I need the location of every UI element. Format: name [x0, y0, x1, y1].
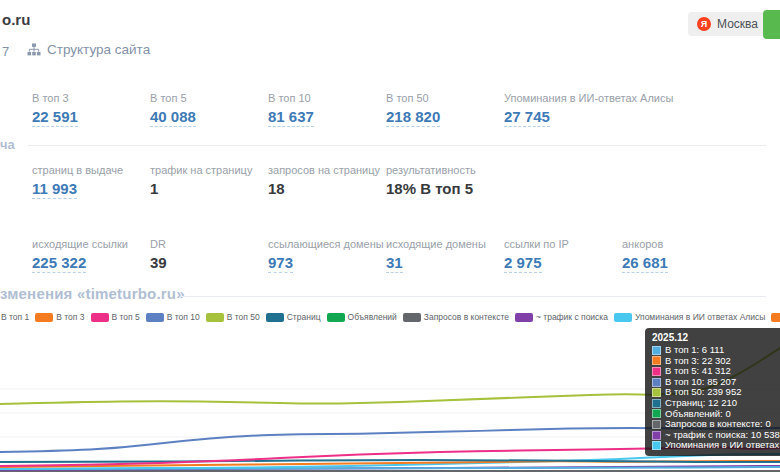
legend-swatch-icon [614, 313, 632, 322]
stat-label: В топ 50 [386, 92, 504, 104]
stats-row-pages: страниц в выдаче11 993трафик на страницу… [32, 164, 504, 199]
legend-swatch-icon [515, 313, 533, 322]
tooltip-swatch-icon [652, 420, 661, 429]
stat-value: 18% В топ 5 [386, 180, 504, 197]
region-label: Москва [717, 17, 758, 31]
legend-swatch-icon [91, 313, 109, 322]
legend-item[interactable]: Упоминания в ИИ ответах Алисы [614, 312, 765, 322]
stat-value[interactable]: 27 745 [504, 108, 550, 127]
stat-label: анкоров [622, 238, 740, 250]
legend-item[interactable]: В топ 1 [0, 312, 29, 322]
legend-label: В топ 50 [227, 312, 260, 322]
stats-row-top: В топ 322 591В топ 540 088В топ 1081 637… [32, 92, 622, 127]
stat-label: DR [150, 238, 268, 250]
legend-item[interactable]: В топ 10 [146, 312, 200, 322]
legend-label: Объявлений [348, 312, 397, 322]
stat-value[interactable]: 26 681 [622, 254, 668, 273]
legend-swatch-icon [403, 313, 421, 322]
stat-label: исходящие домены [386, 238, 504, 250]
stat-block: В топ 322 591 [32, 92, 150, 127]
tooltip-text: В топ 1: 6 111 [665, 345, 724, 356]
stat-value[interactable]: 218 820 [386, 108, 440, 127]
sitemap-icon [27, 43, 41, 57]
tooltip-swatch-icon [652, 378, 661, 387]
seo-dashboard: o.ru Я Москва ▼ 7 Структура сайта В топ … [0, 0, 780, 472]
legend-label: Страниц [287, 312, 321, 322]
legend-label: В топ 1 [1, 312, 29, 322]
stat-label: ссылающиеся домены [268, 238, 386, 250]
stat-block: исходящие домены31 [386, 238, 504, 273]
stat-label: страниц в выдаче [32, 164, 150, 176]
stat-block: Упоминания в ИИ-ответах Алисы27 745 [504, 92, 622, 127]
stat-label: исходящие ссылки [32, 238, 150, 250]
stat-value: 1 [150, 180, 268, 197]
stat-value[interactable]: 31 [386, 254, 403, 273]
tooltip-swatch-icon [652, 441, 661, 450]
stats-row-links: исходящие ссылки225 322DR39ссылающиеся д… [32, 238, 740, 273]
legend-label: В топ 10 [167, 312, 200, 322]
legend-swatch-icon [146, 313, 164, 322]
changes-section-title: зменения «timeturbo.ru» [0, 285, 185, 302]
legend-swatch-icon [266, 313, 284, 322]
stat-label: В топ 5 [150, 92, 268, 104]
stat-block: запросов на страницу18 [268, 164, 386, 199]
stat-block: ссылающиеся домены973 [268, 238, 386, 273]
legend-item[interactable]: В топ 5 [91, 312, 140, 322]
legend-swatch-icon [35, 313, 53, 322]
tooltip-swatch-icon [652, 399, 661, 408]
legend-swatch-icon [771, 313, 780, 322]
tooltip-swatch-icon [652, 346, 661, 355]
legend-item[interactable]: ~ трафик с поиска [515, 312, 608, 322]
stat-block: страниц в выдаче11 993 [32, 164, 150, 199]
stat-value: 39 [150, 254, 268, 271]
stat-value[interactable]: 22 591 [32, 108, 78, 127]
stat-label: ссылки по IP [504, 238, 622, 250]
site-structure-link[interactable]: Структура сайта [27, 42, 150, 57]
site-title: o.ru [2, 11, 30, 28]
stat-label: запросов на страницу [268, 164, 386, 176]
stat-block: DR39 [150, 238, 268, 273]
stat-value[interactable]: 11 993 [32, 180, 77, 199]
series-line-Страниц [0, 460, 780, 462]
tooltip-row: В топ 1: 6 111 [652, 345, 780, 356]
stat-block: результативность18% В топ 5 [386, 164, 504, 199]
tooltip-swatch-icon [652, 367, 661, 376]
stat-block: В топ 540 088 [150, 92, 268, 127]
stat-label: В топ 3 [32, 92, 150, 104]
stat-label: результативность [386, 164, 504, 176]
legend-label: В топ 5 [112, 312, 140, 322]
stat-value[interactable]: 973 [268, 254, 293, 273]
tooltip-date: 2025.12 [652, 332, 780, 343]
stat-value[interactable]: 40 088 [150, 108, 196, 127]
legend-item[interactable]: Объявлений [327, 312, 397, 322]
yandex-icon: Я [697, 17, 711, 31]
stat-block: В топ 50218 820 [386, 92, 504, 127]
legend-item[interactable]: Страниц [266, 312, 321, 322]
site-structure-label: Структура сайта [47, 42, 150, 57]
stat-value[interactable]: 225 322 [32, 254, 86, 273]
stat-block: анкоров26 681 [622, 238, 740, 273]
legend-item[interactable]: В топ 50 [206, 312, 260, 322]
legend-item[interactable]: Скры [771, 312, 780, 322]
tooltip-swatch-icon [652, 431, 661, 440]
tooltip-row: Упоминания в ИИ ответах Алисы: 25 1 [652, 440, 780, 451]
tooltip-swatch-icon [652, 388, 661, 397]
tooltip-swatch-icon [652, 356, 661, 365]
legend-item[interactable]: В топ 3 [35, 312, 84, 322]
stat-block: исходящие ссылки225 322 [32, 238, 150, 273]
chart-legend: В топ 1В топ 3В топ 5В топ 10В топ 50Стр… [0, 312, 780, 322]
legend-item[interactable]: Запросов в контексте [403, 312, 509, 322]
truncated-count: 7 [2, 44, 9, 59]
divider-rule [180, 296, 766, 297]
divider-rule [28, 145, 766, 146]
stat-value[interactable]: 81 637 [268, 108, 314, 127]
stat-value[interactable]: 2 975 [504, 254, 542, 273]
tooltip-row: Страниц: 12 210 [652, 398, 780, 409]
stat-value: 18 [268, 180, 386, 197]
stat-block: трафик на страницу1 [150, 164, 268, 199]
legend-label: Упоминания в ИИ ответах Алисы [635, 312, 765, 322]
green-action-button[interactable] [763, 10, 780, 39]
legend-swatch-icon [327, 313, 345, 322]
legend-label: Запросов в контексте [424, 312, 509, 322]
stat-label: Упоминания в ИИ-ответах Алисы [504, 92, 622, 104]
